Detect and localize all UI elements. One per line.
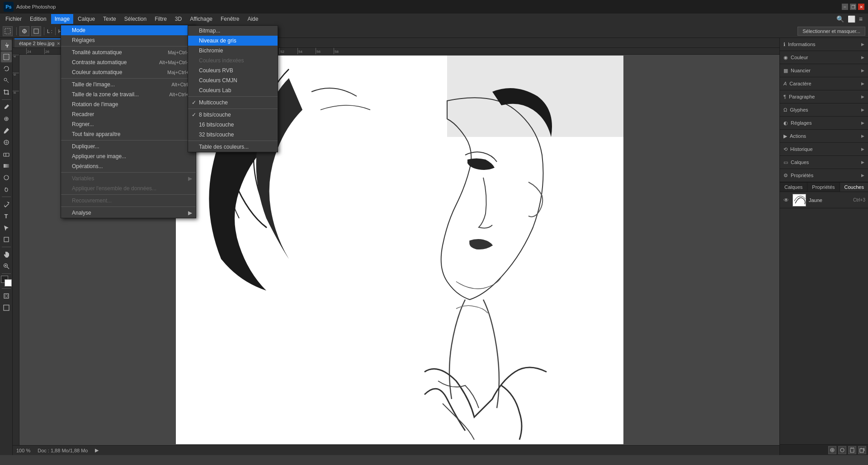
paragraphe-header[interactable]: ¶ Paragraphe ▶ — [780, 90, 868, 103]
tab-calques[interactable]: Calques — [780, 183, 807, 192]
menu-recadrer[interactable]: Recadrer — [61, 109, 196, 119]
text-tool[interactable]: T — [1, 211, 12, 221]
crop-tool[interactable] — [1, 87, 12, 98]
new-channel-btn[interactable] — [858, 446, 866, 454]
menu-analyse[interactable]: Analyse ▶ — [61, 208, 196, 218]
historique-header[interactable]: ⟲ Historique ▶ — [780, 143, 868, 155]
select-mask-button[interactable]: Sélectionner et masquer... — [797, 27, 865, 36]
menu-rotation[interactable]: Rotation de l'image ▶ — [61, 99, 196, 109]
couleur-header[interactable]: ◉ Couleur ▶ — [780, 51, 868, 64]
menu-dupliquer[interactable]: Dupliquer... — [61, 141, 196, 151]
menu-taille-image[interactable]: Taille de l'image... Alt+Ctrl+I — [61, 80, 196, 89]
gradient-tool[interactable] — [1, 160, 12, 171]
clone-tool[interactable] — [1, 137, 12, 148]
close-tab-icon[interactable]: × — [57, 41, 60, 46]
mode-couleurs-lab[interactable]: Couleurs Lab — [188, 85, 278, 95]
lasso-tool[interactable] — [1, 63, 12, 74]
menu-mode[interactable]: Mode ▶ Bitmap... Niveaux de gris — [61, 25, 196, 35]
quick-mask-tool[interactable] — [1, 291, 12, 301]
minimize-button[interactable]: − — [842, 4, 848, 10]
actions-header[interactable]: ▶ Actions ▶ — [780, 130, 868, 142]
layer-visibility-jaune[interactable]: 👁 — [783, 197, 790, 204]
path-select-tool[interactable] — [1, 222, 12, 233]
mode-couleurs-rvb[interactable]: Couleurs RVB — [188, 66, 278, 75]
menu-contraste[interactable]: Contraste automatique Alt+Maj+Ctrl+L — [61, 57, 196, 67]
color-swatches[interactable] — [1, 276, 12, 287]
mode-32bits[interactable]: 32 bits/couche — [188, 130, 278, 140]
svg-point-35 — [840, 448, 844, 452]
extras-icon[interactable]: ≡ — [859, 15, 863, 23]
load-channel-btn[interactable] — [838, 446, 846, 454]
menu-rogner[interactable]: Rogner... — [61, 119, 196, 129]
menu-calque[interactable]: Calque — [74, 14, 99, 24]
move-tool[interactable] — [1, 40, 12, 51]
menu-edition[interactable]: Edition — [26, 14, 50, 24]
mode-16bits[interactable]: 16 bits/couche — [188, 120, 278, 130]
mode-niveaux-gris[interactable]: Niveaux de gris — [188, 36, 278, 46]
menu-3d[interactable]: 3D — [171, 14, 185, 24]
healing-tool[interactable] — [1, 113, 12, 124]
informations-header[interactable]: ℹ Informations ▶ — [780, 38, 868, 51]
search-icon[interactable]: 🔍 — [836, 15, 844, 23]
menu-operations[interactable]: Opérations... — [61, 161, 196, 171]
menu-selection[interactable]: Sélection — [121, 14, 150, 24]
tab-proprietes[interactable]: Propriétés — [807, 183, 840, 192]
calques-icon: ▭ — [783, 160, 788, 165]
eraser-tool[interactable] — [1, 149, 12, 160]
layer-row-jaune[interactable]: 👁 Jaune Ctrl+3 — [780, 192, 868, 208]
proprietes-header[interactable]: ⚙ Propriétés ▶ — [780, 169, 868, 182]
eyedropper-tool[interactable] — [1, 102, 12, 113]
menu-aide[interactable]: Aide — [244, 14, 262, 24]
delete-channel-btn[interactable] — [848, 446, 856, 454]
nuancier-header[interactable]: ▦ Nuancier ▶ — [780, 64, 868, 77]
menu-tonalite[interactable]: Tonalité automatique Maj+Ctrl+L — [61, 47, 196, 57]
canvas-tab[interactable]: étape 2 bleu.jpg × — [14, 38, 65, 47]
pen-tool[interactable] — [1, 199, 12, 210]
close-button[interactable]: ✕ — [858, 4, 864, 10]
workspace-icon[interactable]: ⬜ — [848, 15, 855, 23]
feather-btn[interactable] — [19, 26, 29, 36]
marquee-tool[interactable] — [1, 52, 12, 62]
glyphes-header[interactable]: Ω Glyphes ▶ — [780, 103, 868, 116]
zoom-tool[interactable] — [1, 261, 12, 272]
menu-affichage[interactable]: Affichage — [186, 14, 216, 24]
style-btn[interactable] — [31, 26, 41, 36]
sep5 — [61, 194, 196, 195]
mode-8bits[interactable]: ✓ 8 bits/couche — [188, 110, 278, 120]
menu-tout-faire[interactable]: Tout faire apparaître — [61, 129, 196, 139]
menu-appliquer-image[interactable]: Appliquer une image... — [61, 151, 196, 161]
shape-tool[interactable] — [1, 234, 12, 245]
caractere-header[interactable]: A Caractère ▶ — [780, 77, 868, 90]
menu-image[interactable]: Image — [51, 14, 73, 24]
menu-filtre[interactable]: Filtre — [151, 14, 170, 24]
background-color[interactable] — [5, 279, 12, 287]
quick-select-tool[interactable] — [1, 75, 12, 86]
tool-preset-btn[interactable] — [3, 26, 13, 36]
reglages-panel-header[interactable]: ◐ Réglages ▶ — [780, 117, 868, 129]
calques-header[interactable]: ▭ Calques ▶ — [780, 156, 868, 169]
menu-texte[interactable]: Texte — [99, 14, 120, 24]
tab-couches[interactable]: Couches — [840, 183, 868, 192]
mode-bitmap[interactable]: Bitmap... — [188, 26, 278, 36]
mode-multicouche[interactable]: ✓ Multicouche — [188, 98, 278, 108]
menu-fichier[interactable]: Fichier — [2, 14, 25, 24]
dodge-tool[interactable] — [1, 184, 12, 195]
add-channel-btn[interactable] — [828, 446, 836, 454]
variables-arrow: ▶ — [188, 175, 192, 182]
screen-mode-tool[interactable] — [1, 302, 12, 313]
mode-table-couleurs[interactable]: Table des couleurs... — [188, 142, 278, 152]
blur-tool[interactable] — [1, 172, 12, 183]
maximize-button[interactable]: ❐ — [850, 4, 856, 10]
menu-fenetre[interactable]: Fenêtre — [217, 14, 243, 24]
scroll-right-icon[interactable]: ▶ — [95, 447, 99, 453]
svg-rect-5 — [4, 54, 9, 60]
menu-taille-zone[interactable]: Taille de la zone de travail... Alt+Ctrl… — [61, 89, 196, 99]
sep2 — [61, 78, 196, 79]
mode-couleurs-cmjn[interactable]: Couleurs CMJN — [188, 75, 278, 85]
hand-tool[interactable] — [1, 249, 12, 260]
menu-reglages[interactable]: Réglages ▶ — [61, 35, 196, 45]
brush-tool[interactable] — [1, 125, 12, 136]
menu-couleur-auto[interactable]: Couleur automatique Maj+Ctrl+B — [61, 67, 196, 77]
mode-bichromie[interactable]: Bichromie — [188, 46, 278, 56]
title-bar-controls[interactable]: − ❐ ✕ — [842, 4, 864, 10]
